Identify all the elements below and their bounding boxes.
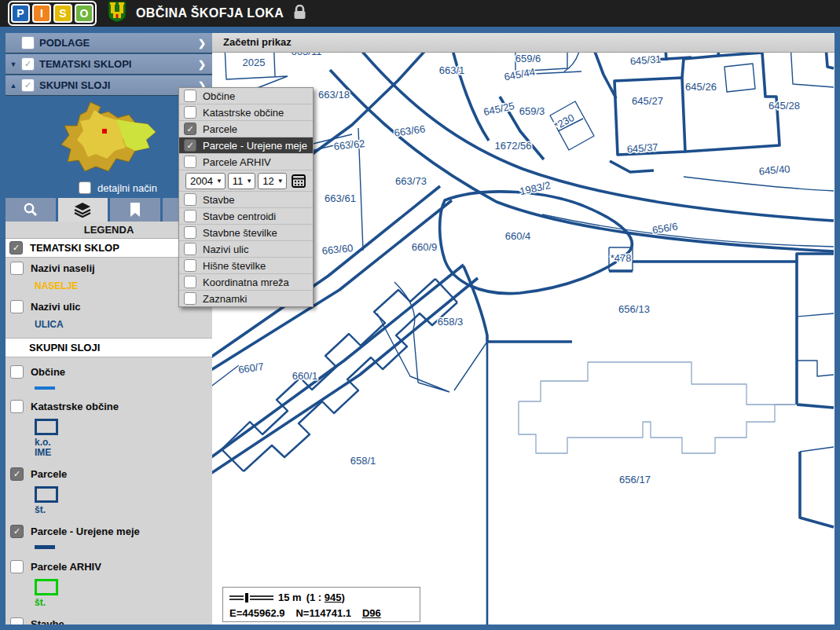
popup-item-hisne-stevilke[interactable]: Hišne številke: [179, 258, 313, 274]
parcel-label: 660/1: [292, 370, 318, 382]
panel-header-podlage[interactable]: PODLAGE ❯: [6, 33, 212, 53]
popup-item-stavbne-stevilke[interactable]: Stavbne številke: [179, 225, 313, 241]
municipality-crest-icon: [108, 1, 127, 26]
popup-mreza-checkbox[interactable]: [184, 276, 196, 288]
legend-group-skupni-sloji: SKUPNI SLOJI: [6, 338, 212, 357]
chevron-right-icon[interactable]: ❯: [198, 38, 206, 49]
urejene-meje-line-swatch: [35, 545, 55, 549]
scale-ratio: (1 : 945): [306, 592, 345, 603]
katastrske-obcine-checkbox[interactable]: [10, 400, 24, 413]
tab-layers[interactable]: [58, 198, 108, 222]
detail-mode-checkbox[interactable]: [79, 181, 91, 194]
tab-bookmark[interactable]: [110, 198, 160, 222]
popup-item-parcele-arhiv[interactable]: Parcele ARHIV: [179, 154, 313, 170]
chevron-right-icon[interactable]: ❯: [198, 59, 206, 70]
stavbe-checkbox[interactable]: [10, 617, 24, 625]
detail-mode-label: detajlni način: [97, 182, 157, 194]
legend-panel: Nazivi naselij NASELJE Nazivi ulic ULICA…: [6, 258, 212, 625]
legend-theme-label: TEMATSKI SKLOP: [30, 242, 119, 254]
tab-search[interactable]: [6, 198, 56, 222]
podlage-checkbox[interactable]: [21, 36, 35, 49]
parcel-label: 1672/56: [495, 140, 532, 152]
popup-item-koordinatna-mreza[interactable]: Koordinatna mreža: [179, 274, 313, 291]
nazivi-ulic-checkbox[interactable]: [10, 300, 24, 313]
scale-info-box: 15 m (1 : 945) E=445962.9 N=114741.1 D96: [222, 587, 420, 622]
popup-item-stavbe[interactable]: Stavbe: [179, 192, 313, 208]
popup-zaznamki-checkbox[interactable]: [184, 292, 196, 305]
lock-icon[interactable]: [293, 5, 306, 23]
popup-centroidi-checkbox[interactable]: [184, 210, 196, 222]
popup-item-stavbe-centroidi[interactable]: Stavbe centroidi: [179, 208, 313, 225]
popup-katastrske-checkbox[interactable]: [184, 106, 196, 119]
legend-item-parcele-urejene-meje[interactable]: ✓ Parcele - Urejene meje: [10, 524, 212, 538]
parcel-label: 645/37: [626, 141, 658, 156]
popup-item-zaznamki[interactable]: Zaznamki: [179, 291, 313, 306]
skupni-sloji-checkbox[interactable]: ✓: [21, 79, 35, 92]
panel-label: TEMATSKI SKLOPI: [39, 58, 131, 70]
parcel-label: 663/11: [292, 53, 322, 57]
ko-sub1: k.o.: [35, 438, 212, 448]
tematski-sklopi-checkbox[interactable]: ✓: [21, 57, 35, 71]
obcine-checkbox[interactable]: [10, 365, 24, 379]
legend-item-parcele-arhiv[interactable]: Parcele ARHIV: [10, 559, 212, 573]
layers-popup-menu: Občine Katastrske občine ✓ Parcele ✓ Par…: [178, 87, 314, 307]
day-select[interactable]: 12▼: [258, 173, 286, 189]
top-header-bar: P I S O OBČINA ŠKOFJA LOKA: [0, 0, 840, 27]
scale-bar-icon: [229, 593, 273, 603]
parcel-label: 658/3: [438, 316, 464, 328]
calendar-icon[interactable]: [292, 174, 306, 188]
location-marker: [102, 129, 107, 134]
detail-mode-row[interactable]: detajlni način: [79, 181, 157, 194]
logo-letter-s: S: [53, 4, 72, 23]
popup-item-katastrske-obcine[interactable]: Katastrske občine: [179, 104, 313, 121]
tematski-sklop-checkbox[interactable]: ✓: [9, 241, 23, 255]
app-title: OBČINA ŠKOFJA LOKA: [136, 6, 284, 20]
overview-map[interactable]: [47, 99, 165, 181]
parcele-arhiv-checkbox[interactable]: [10, 560, 24, 573]
legend-item-obcine[interactable]: Občine: [10, 364, 212, 379]
popup-item-obcine[interactable]: Občine: [179, 88, 313, 104]
search-icon: [23, 202, 39, 218]
expand-arrow-icon[interactable]: ▲: [6, 82, 21, 90]
popup-item-nazivi-ulic[interactable]: Nazivi ulic: [179, 241, 313, 258]
nazivi-naselij-checkbox[interactable]: [10, 262, 24, 275]
parcele-checkbox[interactable]: ✓: [10, 467, 24, 481]
arhiv-rect-swatch: [35, 579, 58, 595]
scale-ratio-link[interactable]: 945: [325, 592, 342, 603]
collapse-arrow-icon[interactable]: ▼: [6, 60, 21, 68]
popup-obcine-checkbox[interactable]: [184, 90, 196, 102]
popup-nazivi-ulic-checkbox[interactable]: [184, 243, 196, 255]
easting-value: E=445962.9: [229, 607, 284, 619]
bookmark-icon: [129, 202, 141, 218]
parcel-label: 656/13: [618, 303, 650, 315]
popup-item-parcele[interactable]: ✓ Parcele: [179, 121, 313, 137]
popup-urejene-meje-checkbox[interactable]: ✓: [184, 139, 196, 152]
logo-letter-o: O: [75, 4, 94, 23]
legend-item-katastrske-obcine[interactable]: Katastrske občine: [10, 399, 212, 413]
piso-gis-app: { "header":{ "logo":[{"ch":"P"},{"ch":"I…: [0, 0, 840, 630]
scale-line: 15 m (1 : 945): [229, 592, 420, 603]
month-select[interactable]: 11▼: [228, 173, 255, 189]
legend-item-parcele[interactable]: ✓ Parcele: [10, 467, 212, 481]
popup-item-parcele-urejene-meje[interactable]: ✓ Parcele - Urejene meje: [179, 137, 313, 154]
popup-hisne-stevilke-checkbox[interactable]: [184, 259, 196, 272]
arhiv-date-row: 2004▼ 11▼ 12▼: [179, 170, 313, 192]
datum-link[interactable]: D96: [362, 607, 381, 619]
popup-parcele-checkbox[interactable]: ✓: [184, 123, 196, 135]
parcel-label: 658/1: [350, 455, 376, 467]
coordinates-line: E=445962.9 N=114741.1 D96: [229, 607, 420, 619]
ulica-sample: ULICA: [35, 320, 212, 330]
scale-distance: 15 m: [278, 592, 302, 603]
popup-arhiv-checkbox[interactable]: [184, 156, 196, 168]
popup-stavbne-stevilke-checkbox[interactable]: [184, 226, 196, 239]
arhiv-sub: št.: [35, 598, 212, 608]
parcel-label: 656/17: [619, 474, 651, 485]
legend-item-stavbe[interactable]: Stavbe: [10, 617, 212, 625]
parcel-label: 659/6: [515, 53, 541, 64]
urejene-meje-checkbox[interactable]: ✓: [10, 525, 24, 538]
panel-header-tematski-sklopi[interactable]: ▼ ✓ TEMATSKI SKLOPI ❯: [6, 54, 212, 75]
parcele-sub: št.: [35, 505, 212, 515]
parcel-label: 645/26: [685, 81, 717, 93]
popup-stavbe-checkbox[interactable]: [184, 193, 196, 206]
year-select[interactable]: 2004▼: [185, 173, 226, 189]
